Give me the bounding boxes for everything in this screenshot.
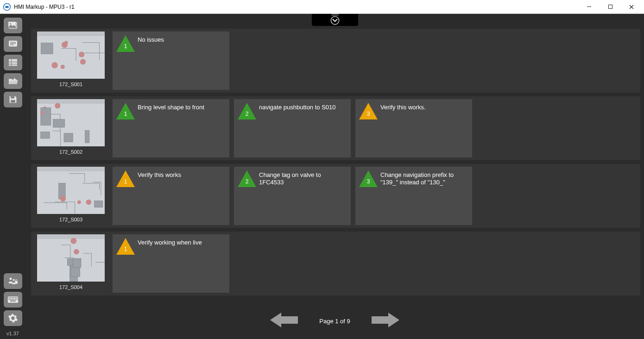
ok-triangle-icon: 1 [115, 34, 136, 53]
note-number: 1 [115, 170, 136, 188]
user-lock-button[interactable] [4, 273, 22, 289]
screen-thumbnail[interactable] [37, 234, 105, 282]
markup-note[interactable]: 2Change tag on valve to 1FC4533 [234, 167, 351, 225]
save-button[interactable] [4, 92, 22, 107]
svg-rect-86 [37, 234, 105, 239]
screen-name-label: 172_S002 [59, 148, 82, 156]
note-text: Verify this works [138, 171, 224, 179]
screen-row: 172_S0011No issues [31, 29, 640, 93]
warning-triangle-icon: 1 [115, 170, 136, 188]
svg-point-84 [86, 200, 92, 205]
minimize-button[interactable] [578, 0, 600, 13]
markup-note[interactable]: 1Verify working when live [113, 234, 229, 293]
markup-note[interactable]: 1Verify this works [113, 167, 229, 225]
note-number: 2 [237, 170, 257, 188]
markup-note[interactable]: 3Change navigation prefix to "139_" inst… [355, 167, 472, 225]
table-button[interactable] [4, 55, 22, 70]
ok-triangle-icon: 3 [358, 170, 379, 188]
svg-point-60 [55, 103, 60, 108]
svg-rect-76 [95, 201, 103, 207]
svg-point-77 [77, 201, 81, 204]
svg-point-49 [80, 59, 86, 64]
note-number: 2 [237, 102, 257, 120]
warning-triangle-icon: 1 [115, 237, 136, 256]
svg-rect-69 [37, 167, 105, 171]
note-text: Verify working when live [138, 239, 224, 246]
next-page-button[interactable] [369, 311, 402, 331]
close-button[interactable] [621, 0, 642, 13]
svg-rect-2 [608, 5, 612, 9]
page-indicator: Page 1 of 9 [319, 318, 350, 325]
note-text: navigate pushbutton to S010 [259, 104, 345, 111]
ok-triangle-icon: 2 [237, 170, 257, 188]
svg-rect-62 [64, 133, 73, 142]
svg-rect-31 [12, 299, 13, 300]
thumbnail-column: 172_S004 [34, 234, 108, 293]
pictures-button[interactable] [4, 18, 22, 33]
screen-thumbnail[interactable] [37, 99, 105, 146]
open-folder-button[interactable] [4, 73, 22, 89]
screen-name-label: 172_S003 [59, 216, 82, 223]
svg-rect-61 [85, 131, 89, 143]
svg-point-50 [64, 41, 68, 44]
svg-rect-21 [15, 281, 18, 284]
sidebar: v1.37 [0, 14, 25, 339]
thumbnail-column: 172_S001 [34, 31, 108, 90]
markup-note[interactable]: 1Bring level shape to front [113, 99, 229, 157]
svg-point-53 [51, 62, 58, 69]
note-text: Bring level shape to front [138, 104, 224, 111]
svg-point-98 [74, 249, 79, 255]
ok-triangle-icon: 1 [115, 102, 136, 120]
ok-triangle-icon: 2 [237, 102, 257, 120]
note-number: 1 [115, 237, 136, 256]
svg-point-43 [79, 52, 84, 57]
svg-point-19 [9, 278, 12, 280]
screen-name-label: 172_S001 [59, 81, 82, 88]
svg-point-36 [331, 17, 339, 25]
note-text: No issues [138, 36, 224, 44]
note-number: 1 [115, 34, 136, 53]
screen-row: 172_S0021Bring level shape to front2navi… [31, 96, 640, 160]
svg-rect-24 [10, 297, 11, 298]
notes-button[interactable] [4, 36, 22, 52]
app-icon [3, 3, 11, 11]
screen-thumbnail[interactable] [37, 31, 105, 79]
markup-note[interactable]: 3Verify this works. [355, 99, 472, 157]
svg-rect-27 [15, 297, 16, 298]
chevron-down-icon [329, 13, 341, 25]
settings-button[interactable] [4, 310, 22, 326]
thumbnail-column: 172_S002 [34, 99, 108, 157]
keyboard-button[interactable] [4, 292, 22, 308]
window-title: HMI Markup - MPU3 - r1 [14, 4, 578, 10]
svg-rect-23 [8, 297, 9, 298]
svg-rect-35 [10, 301, 16, 301]
svg-rect-34 [16, 299, 17, 300]
svg-point-81 [60, 195, 66, 201]
svg-rect-42 [41, 43, 53, 54]
svg-rect-39 [37, 31, 105, 79]
screen-name-label: 172_S004 [59, 283, 82, 291]
svg-point-66 [41, 111, 44, 114]
svg-rect-33 [15, 299, 16, 300]
maximize-button[interactable] [600, 0, 621, 13]
note-text: Verify this works. [380, 104, 467, 111]
markup-note[interactable]: 1No issues [113, 31, 229, 90]
svg-rect-32 [13, 299, 14, 300]
drawer-pull[interactable] [25, 14, 644, 29]
markup-note[interactable]: 2navigate pushbutton to S010 [234, 99, 351, 157]
screen-row: 172_S0031Verify this works2Change tag on… [31, 164, 640, 228]
thumbnail-column: 172_S003 [34, 167, 108, 225]
note-number: 1 [115, 102, 136, 120]
svg-rect-55 [37, 99, 105, 104]
svg-rect-28 [16, 297, 17, 298]
titlebar: HMI Markup - MPU3 - r1 [0, 0, 644, 14]
svg-point-41 [61, 65, 65, 69]
screen-thumbnail[interactable] [37, 167, 105, 214]
note-number: 3 [358, 102, 379, 120]
svg-rect-67 [53, 119, 65, 127]
screen-row: 172_S0041Verify working when live [31, 232, 640, 295]
svg-rect-63 [41, 108, 51, 126]
svg-point-7 [10, 23, 11, 25]
prev-page-button[interactable] [267, 311, 301, 331]
note-number: 3 [358, 170, 379, 188]
